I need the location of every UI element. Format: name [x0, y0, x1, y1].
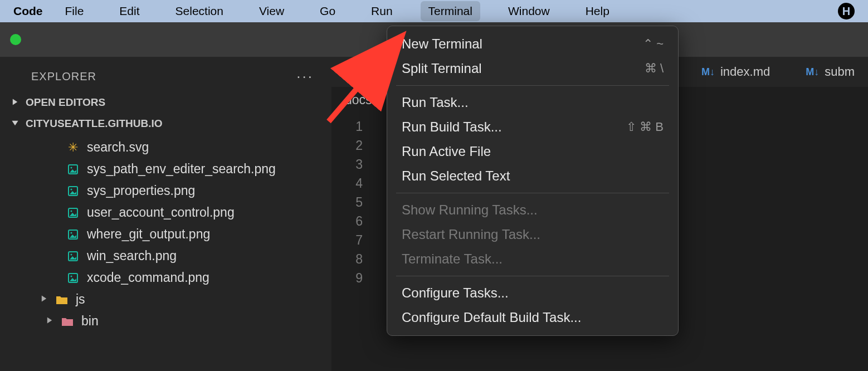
markdown-icon: M↓	[356, 66, 369, 78]
line-number: 3	[331, 155, 363, 174]
image-file-icon	[67, 185, 79, 197]
chevron-down-icon	[11, 118, 20, 130]
menu-item-label: New Terminal	[402, 36, 482, 52]
sidebar: EXPLORER ··· OPEN EDITORS CITYUSEATTLE.G…	[0, 57, 331, 371]
app-name: Code	[13, 4, 43, 18]
tab-label: index.md	[720, 65, 770, 79]
markdown-icon: M↓	[806, 66, 819, 78]
open-editors-section[interactable]: OPEN EDITORS	[0, 92, 331, 113]
menu-go[interactable]: Go	[312, 1, 343, 21]
terminal-dropdown-menu: New Terminal ⌃ ~ Split Terminal ⌘ \ Run …	[387, 26, 679, 336]
menu-item-label: Run Build Task...	[402, 119, 502, 135]
menu-run[interactable]: Run	[363, 1, 401, 21]
menu-item-label: Configure Tasks...	[402, 285, 509, 301]
line-number: 5	[331, 193, 363, 212]
menu-item-show-running-tasks: Show Running Tasks...	[387, 198, 678, 222]
menu-item-run-task[interactable]: Run Task...	[387, 90, 678, 115]
line-number: 7	[331, 231, 363, 250]
menu-separator	[396, 193, 669, 193]
menu-item-label: Terminate Task...	[402, 251, 503, 267]
file-name: sys_properties.png	[87, 183, 195, 198]
explorer-title: EXPLORER	[31, 70, 96, 83]
traffic-light-green-icon[interactable]	[10, 34, 21, 45]
file-name: win_search.png	[87, 248, 177, 263]
menu-selection[interactable]: Selection	[168, 1, 231, 21]
image-file-icon	[67, 272, 79, 284]
menu-item-split-terminal[interactable]: Split Terminal ⌘ \	[387, 56, 678, 81]
folder-icon	[56, 294, 68, 306]
file-item[interactable]: sys_path_env_editer_search.png	[0, 158, 331, 180]
file-name: sys_path_env_editer_search.png	[87, 162, 276, 177]
file-tree: ✳ search.svg sys_path_env_editer_search.…	[0, 134, 331, 332]
open-editors-label: OPEN EDITORS	[26, 96, 105, 109]
menu-help[interactable]: Help	[578, 1, 617, 21]
menu-item-configure-tasks[interactable]: Configure Tasks...	[387, 281, 678, 305]
svg-point-9	[71, 253, 72, 255]
menu-item-run-build-task[interactable]: Run Build Task... ⇧ ⌘ B	[387, 115, 678, 139]
svg-point-1	[71, 167, 72, 168]
folder-name: bin	[81, 314, 99, 329]
menu-separator	[396, 276, 669, 276]
svg-point-5	[71, 210, 72, 212]
line-number-gutter: 1 2 3 4 5 6 7 8 9	[331, 117, 370, 287]
svg-point-11	[71, 275, 72, 277]
explorer-header: EXPLORER ···	[0, 57, 331, 92]
menu-item-label: Run Active File	[402, 144, 491, 159]
project-section[interactable]: CITYUSEATTLE.GITHUB.IO	[0, 113, 331, 134]
svg-point-3	[71, 188, 72, 190]
folder-item[interactable]: bin	[0, 310, 331, 332]
folder-item[interactable]: js	[0, 289, 331, 310]
image-file-icon	[67, 163, 79, 175]
menu-item-label: Configure Default Build Task...	[402, 310, 581, 325]
chevron-right-icon	[46, 315, 53, 327]
menu-item-new-terminal[interactable]: New Terminal ⌃ ~	[387, 32, 678, 56]
menu-item-label: Run Selected Text	[402, 168, 510, 184]
folder-name: js	[76, 292, 85, 307]
menu-item-configure-default-build[interactable]: Configure Default Build Task...	[387, 305, 678, 330]
svg-file-icon: ✳	[67, 141, 79, 154]
tab-label: vs	[375, 65, 387, 79]
image-file-icon	[67, 207, 79, 219]
menu-item-shortcut: ⌃ ~	[643, 37, 664, 51]
line-number: 2	[331, 136, 363, 155]
chevron-right-icon	[40, 294, 48, 305]
file-name: xcode_command.png	[87, 270, 209, 285]
project-name: CITYUSEATTLE.GITHUB.IO	[26, 118, 163, 130]
menu-edit[interactable]: Edit	[111, 1, 147, 21]
editor-tab[interactable]: M↓ subm	[792, 58, 868, 86]
menu-window[interactable]: Window	[500, 1, 558, 21]
file-item[interactable]: win_search.png	[0, 245, 331, 267]
file-item[interactable]: where_git_output.png	[0, 223, 331, 245]
line-number: 1	[331, 117, 363, 136]
menu-item-run-active-file[interactable]: Run Active File	[387, 139, 678, 164]
menu-item-label: Run Task...	[402, 95, 469, 110]
menu-item-label: Split Terminal	[402, 61, 482, 76]
folder-icon	[61, 315, 74, 328]
file-name: user_account_control.png	[87, 205, 235, 220]
editor-tab[interactable]: M↓ index.md	[688, 58, 792, 86]
menu-separator	[396, 85, 669, 86]
line-number: 6	[331, 212, 363, 231]
file-item[interactable]: sys_properties.png	[0, 180, 331, 202]
menu-item-restart-running-task: Restart Running Task...	[387, 222, 678, 247]
line-number: 4	[331, 174, 363, 193]
menu-item-label: Restart Running Task...	[402, 227, 540, 242]
menu-item-label: Show Running Tasks...	[402, 202, 538, 218]
file-item[interactable]: ✳ search.svg	[0, 136, 331, 158]
menu-item-run-selected-text[interactable]: Run Selected Text	[387, 164, 678, 188]
menu-view[interactable]: View	[251, 1, 292, 21]
file-item[interactable]: xcode_command.png	[0, 267, 331, 289]
svg-point-7	[71, 232, 72, 233]
explorer-more-icon[interactable]: ···	[296, 68, 314, 85]
menu-item-shortcut: ⇧ ⌘ B	[626, 120, 664, 134]
file-name: where_git_output.png	[87, 227, 210, 242]
menu-item-terminate-task: Terminate Task...	[387, 247, 678, 271]
line-number: 8	[331, 250, 363, 269]
menu-file[interactable]: File	[57, 1, 92, 21]
file-item[interactable]: user_account_control.png	[0, 202, 331, 223]
chevron-right-icon	[11, 96, 20, 109]
line-number: 9	[331, 269, 363, 287]
menu-terminal[interactable]: Terminal	[421, 1, 480, 21]
help-badge-icon[interactable]: H	[838, 3, 855, 19]
image-file-icon	[67, 228, 79, 241]
